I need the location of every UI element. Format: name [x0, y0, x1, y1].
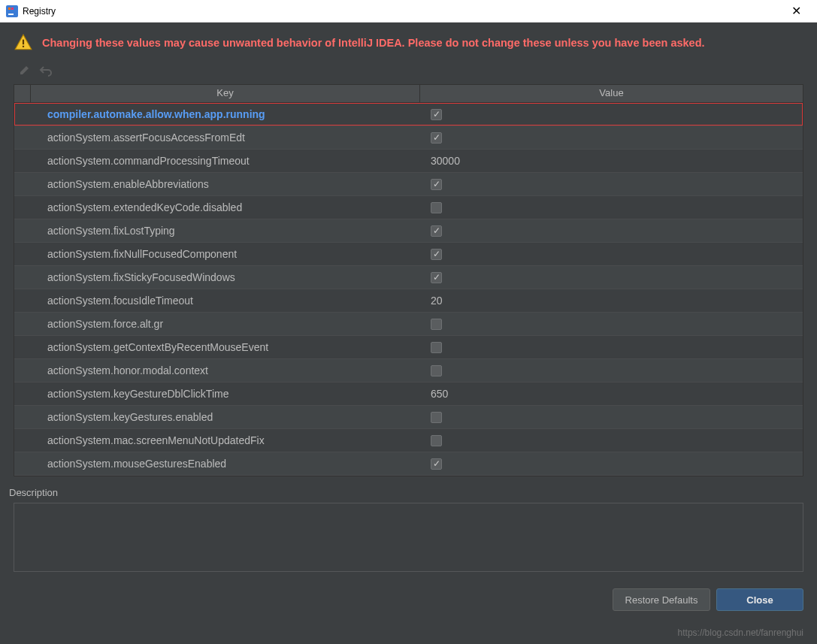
checkbox[interactable]	[431, 132, 442, 144]
window-titlebar: Registry ✕	[0, 0, 817, 23]
header-check	[14, 85, 31, 102]
row-value[interactable]	[420, 179, 803, 190]
registry-table: Key Value compiler.automake.allow.when.a…	[14, 84, 803, 476]
row-key: actionSystem.fixLostTyping	[31, 225, 420, 237]
row-value[interactable]	[420, 249, 803, 260]
header-value[interactable]: Value	[420, 85, 803, 102]
dialog-content: Changing these values may cause unwanted…	[0, 23, 817, 644]
table-body[interactable]: compiler.automake.allow.when.app.running…	[14, 103, 803, 476]
row-key: actionSystem.honor.modal.context	[31, 364, 420, 376]
table-row[interactable]: actionSystem.keyGestures.enabled	[14, 406, 803, 429]
table-row[interactable]: actionSystem.extendedKeyCode.disabled	[14, 196, 803, 219]
restore-defaults-button[interactable]: Restore Defaults	[613, 588, 710, 611]
row-value[interactable]: 30000	[420, 155, 803, 167]
table-row[interactable]: actionSystem.fixNullFocusedComponent	[14, 243, 803, 266]
svg-rect-5	[23, 46, 24, 47]
watermark: https://blog.csdn.net/fanrenghui	[678, 627, 803, 638]
svg-rect-4	[23, 40, 24, 45]
window-title: Registry	[23, 6, 781, 17]
checkbox[interactable]	[431, 319, 442, 330]
table-row[interactable]: actionSystem.fixLostTyping	[14, 219, 803, 243]
row-value[interactable]	[420, 132, 803, 144]
table-row[interactable]: actionSystem.mac.screenMenuNotUpdatedFix	[14, 429, 803, 452]
table-row[interactable]: actionSystem.commandProcessingTimeout300…	[14, 150, 803, 173]
row-value[interactable]	[420, 365, 803, 376]
row-key: actionSystem.focusIdleTimeout	[31, 295, 420, 307]
row-key: compiler.automake.allow.when.app.running	[31, 108, 420, 120]
row-key: actionSystem.assertFocusAccessFromEdt	[31, 132, 420, 144]
table-row[interactable]: actionSystem.mouseGesturesEnabled	[14, 452, 803, 476]
app-icon	[6, 5, 18, 17]
row-value[interactable]	[420, 272, 803, 283]
table-row[interactable]: actionSystem.force.alt.gr	[14, 313, 803, 336]
header-key[interactable]: Key	[31, 85, 420, 102]
svg-rect-3	[11, 8, 14, 10]
row-key: actionSystem.keyGestures.enabled	[31, 411, 420, 423]
warning-bar: Changing these values may cause unwanted…	[0, 23, 817, 60]
button-bar: Restore Defaults Close	[0, 572, 817, 618]
warning-icon	[14, 33, 33, 53]
close-button[interactable]: Close	[716, 588, 803, 611]
row-key: actionSystem.mac.screenMenuNotUpdatedFix	[31, 434, 420, 446]
table-row[interactable]: compiler.automake.allow.when.app.running	[14, 103, 803, 126]
row-value[interactable]	[420, 225, 803, 237]
svg-rect-0	[6, 5, 18, 17]
edit-icon[interactable]	[17, 62, 33, 78]
close-icon[interactable]: ✕	[781, 1, 811, 22]
svg-rect-2	[8, 8, 11, 10]
row-key: actionSystem.fixStickyFocusedWindows	[31, 271, 420, 283]
row-value[interactable]	[420, 319, 803, 330]
table-header: Key Value	[14, 85, 803, 103]
row-value[interactable]	[420, 109, 803, 120]
table-row[interactable]: actionSystem.keyGestureDblClickTime650	[14, 382, 803, 406]
row-value[interactable]	[420, 435, 803, 446]
row-key: actionSystem.extendedKeyCode.disabled	[31, 201, 420, 213]
row-value[interactable]	[420, 458, 803, 470]
checkbox[interactable]	[431, 412, 442, 423]
registry-dialog: Registry ✕ Changing these values may cau…	[0, 0, 817, 644]
row-key: actionSystem.getContextByRecentMouseEven…	[31, 341, 420, 353]
checkbox[interactable]	[431, 435, 442, 446]
description-label: Description	[9, 487, 803, 498]
table-row[interactable]: actionSystem.focusIdleTimeout20	[14, 289, 803, 313]
row-key: actionSystem.fixNullFocusedComponent	[31, 248, 420, 260]
row-key: actionSystem.force.alt.gr	[31, 318, 420, 330]
row-value[interactable]: 650	[420, 388, 803, 400]
row-value[interactable]	[420, 412, 803, 423]
row-key: actionSystem.commandProcessingTimeout	[31, 155, 420, 167]
table-row[interactable]: actionSystem.enableAbbreviations	[14, 173, 803, 196]
checkbox[interactable]	[431, 272, 442, 283]
checkbox[interactable]	[431, 109, 442, 120]
checkbox[interactable]	[431, 179, 442, 190]
checkbox[interactable]	[431, 202, 442, 213]
warning-text: Changing these values may cause unwanted…	[42, 36, 705, 50]
revert-icon[interactable]	[38, 62, 54, 78]
row-key: actionSystem.mouseGesturesEnabled	[31, 458, 420, 470]
table-row[interactable]: actionSystem.getContextByRecentMouseEven…	[14, 336, 803, 359]
row-value[interactable]	[420, 342, 803, 353]
checkbox[interactable]	[431, 458, 442, 470]
toolbar	[0, 60, 817, 84]
svg-rect-1	[8, 14, 14, 15]
checkbox[interactable]	[431, 365, 442, 376]
table-row[interactable]: actionSystem.fixStickyFocusedWindows	[14, 266, 803, 289]
row-value[interactable]	[420, 202, 803, 213]
table-row[interactable]: actionSystem.honor.modal.context	[14, 359, 803, 382]
checkbox[interactable]	[431, 342, 442, 353]
description-box	[14, 503, 803, 572]
checkbox[interactable]	[431, 249, 442, 260]
row-key: actionSystem.keyGestureDblClickTime	[31, 388, 420, 400]
checkbox[interactable]	[431, 225, 442, 237]
row-key: actionSystem.enableAbbreviations	[31, 178, 420, 190]
row-value[interactable]: 20	[420, 295, 803, 307]
table-row[interactable]: actionSystem.assertFocusAccessFromEdt	[14, 126, 803, 150]
